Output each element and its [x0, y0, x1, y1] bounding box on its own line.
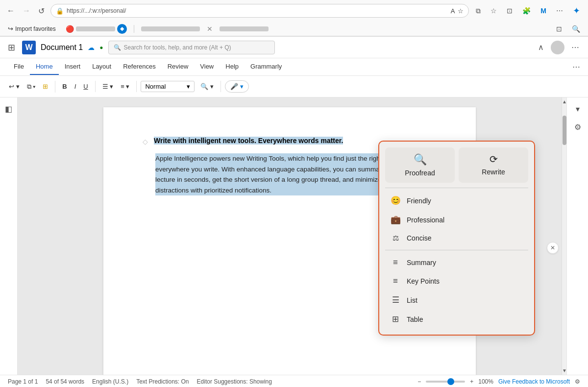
- cloud-sync-icon: ☁: [88, 44, 95, 51]
- bookmark-item-3[interactable]: [217, 25, 271, 32]
- address-bar[interactable]: 🔒 https://.../:w:r/personal/ A ☆: [50, 4, 469, 18]
- tab-help[interactable]: Help: [220, 59, 245, 75]
- italic-button[interactable]: I: [72, 81, 79, 92]
- zoom-thumb[interactable]: [447, 378, 454, 385]
- tab-insert[interactable]: Insert: [59, 59, 87, 75]
- bookmark-item-1[interactable]: 🔴 ◆: [63, 23, 130, 35]
- app-grid-button[interactable]: ⊞: [6, 40, 17, 55]
- format-painter-button[interactable]: ⊞: [40, 81, 51, 92]
- favorites-button[interactable]: ☆: [488, 5, 500, 17]
- sidebar-toggle-button[interactable]: ◧: [2, 101, 15, 117]
- copilot-button[interactable]: ✦: [570, 3, 583, 18]
- feedback-link[interactable]: Give Feedback to Microsoft: [498, 378, 570, 385]
- mic-icon: 🎤: [230, 83, 238, 90]
- alignment-button[interactable]: ≡ ▾: [118, 81, 132, 92]
- tab-layout[interactable]: Layout: [86, 59, 117, 75]
- bookmark-x-icon[interactable]: ✕: [207, 25, 213, 33]
- user-avatar[interactable]: [551, 41, 564, 54]
- wt-item-professional[interactable]: 💼 Professional: [385, 210, 528, 229]
- word-count: 54 of 54 words: [46, 378, 84, 385]
- table-label: Table: [407, 315, 423, 323]
- wt-item-summary[interactable]: ≡ Summary: [385, 253, 528, 272]
- browser-chrome: ← → ↺ 🔒 https://.../:w:r/personal/ A ☆ ⧉…: [0, 0, 588, 37]
- import-icon: ↪: [8, 25, 13, 32]
- bullet-list-button[interactable]: ☰ ▾: [99, 81, 117, 92]
- proofread-label: Proofread: [405, 169, 435, 177]
- settings-icon[interactable]: ⚙: [575, 378, 580, 385]
- bold-button[interactable]: B: [59, 81, 70, 92]
- close-panel-button[interactable]: ✕: [547, 242, 559, 254]
- tab-home[interactable]: Home: [30, 59, 59, 75]
- bookmark-text-2: [141, 26, 200, 31]
- zoom-in-button[interactable]: +: [470, 378, 473, 385]
- list-label: List: [407, 296, 417, 304]
- bookmark-text-3: [220, 26, 269, 31]
- search-sidebar-button[interactable]: 🔍: [569, 23, 583, 35]
- rewrite-button[interactable]: ⟳ Rewrite: [459, 147, 528, 183]
- zoom-slider[interactable]: [426, 381, 465, 383]
- settings-button[interactable]: ⚙: [571, 120, 584, 135]
- text-format-group: B I U: [59, 81, 95, 92]
- more-button[interactable]: ⋯: [553, 5, 566, 17]
- undo-button[interactable]: ↩ ▾: [6, 81, 23, 92]
- document-title: Document 1: [41, 43, 83, 52]
- refresh-button[interactable]: ↺: [36, 4, 47, 18]
- status-bar: Page 1 of 1 54 of 54 words English (U.S.…: [0, 375, 588, 387]
- zoom-out-button[interactable]: −: [417, 378, 421, 385]
- tab-references[interactable]: References: [117, 59, 161, 75]
- forward-button[interactable]: →: [21, 4, 32, 17]
- import-favorites-button[interactable]: ↪ Import favorites: [5, 24, 59, 33]
- search-bar[interactable]: 🔍 Search for tools, help, and more (Alt …: [108, 41, 275, 54]
- sync-status-icon: ●: [99, 44, 103, 51]
- tab-grammarly[interactable]: Grammarly: [245, 59, 288, 75]
- url-text: https://.../:w:r/personal/: [67, 7, 448, 14]
- bookmark-logo-1: 🔴: [66, 25, 74, 33]
- read-mode-icon: A: [451, 7, 455, 15]
- wt-item-table[interactable]: ⊞ Table: [385, 310, 528, 329]
- ribbon-display-button[interactable]: ∧: [535, 42, 547, 53]
- proofread-button[interactable]: 🔍 Proofread: [385, 147, 455, 183]
- scroll-down-button[interactable]: ▼: [562, 366, 566, 375]
- tab-view[interactable]: View: [194, 59, 220, 75]
- search-icon: 🔍: [114, 44, 121, 51]
- collections-button[interactable]: ⊡: [504, 5, 515, 17]
- style-value: Normal: [145, 83, 166, 90]
- wt-item-friendly[interactable]: 😊 Friendly: [385, 191, 528, 210]
- wt-divider-2: [385, 250, 528, 250]
- right-panel: ▾ ⚙: [566, 97, 588, 375]
- close-icon: ✕: [550, 244, 555, 251]
- tab-file[interactable]: File: [8, 59, 30, 75]
- style-chevron-icon: ▾: [187, 83, 190, 90]
- undo-group: ↩ ▾ ⧉ ▾ ⊞: [6, 81, 55, 93]
- bookmark-item-2[interactable]: [138, 25, 203, 32]
- dictate-button[interactable]: 🎤 ▾: [225, 80, 249, 93]
- wt-item-list[interactable]: ☰ List: [385, 290, 528, 310]
- profile-button[interactable]: M: [538, 5, 549, 17]
- wt-item-key-points[interactable]: ≡ Key Points: [385, 272, 528, 290]
- right-panel-expand-button[interactable]: ▾: [573, 101, 583, 117]
- scroll-up-button[interactable]: ▲: [562, 97, 566, 106]
- underline-button[interactable]: U: [80, 81, 91, 92]
- summary-label: Summary: [407, 259, 436, 266]
- tab-layout-button[interactable]: ⧉: [473, 5, 484, 17]
- ribbon-tabs: File Home Insert Layout References Revie…: [0, 58, 588, 76]
- ribbon-more-button[interactable]: ⋯: [572, 62, 580, 72]
- title-more-button[interactable]: ⋯: [568, 42, 582, 53]
- back-button[interactable]: ←: [5, 4, 17, 17]
- tab-review[interactable]: Review: [162, 59, 195, 75]
- key-points-label: Key Points: [407, 277, 440, 285]
- style-dropdown[interactable]: Normal ▾: [141, 81, 195, 92]
- friendly-label: Friendly: [407, 197, 431, 205]
- bookmark-icon: ☆: [458, 7, 464, 15]
- word-logo: W: [22, 41, 36, 54]
- bookmark-extra-button[interactable]: ⊡: [553, 23, 565, 35]
- scroll-thumb[interactable]: [563, 116, 566, 145]
- bookmark-separator: [134, 25, 134, 33]
- clipboard-button[interactable]: ⧉ ▾: [24, 81, 39, 93]
- scrollbar[interactable]: ▲ ▼: [562, 97, 566, 375]
- extensions-button[interactable]: 🧩: [519, 5, 534, 17]
- find-button[interactable]: 🔍 ▾: [197, 81, 217, 92]
- left-sidebar: ◧: [0, 97, 18, 375]
- wt-item-concise[interactable]: ⚖ Concise: [385, 229, 528, 247]
- list-icon: ☰: [390, 295, 401, 305]
